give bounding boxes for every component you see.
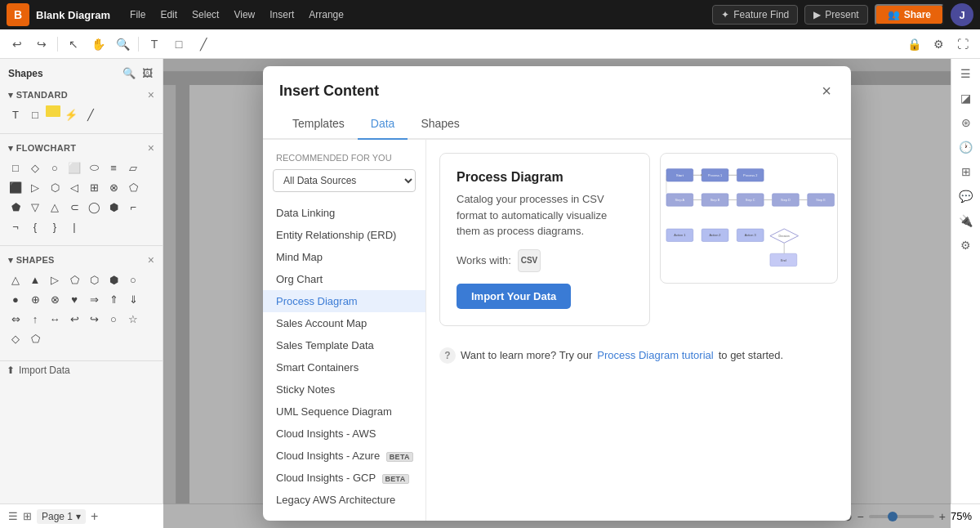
settings-button[interactable]: ⚙ (955, 234, 978, 257)
sh-circle-filled[interactable]: ● (7, 290, 24, 308)
share-button[interactable]: 👥 Share (875, 4, 944, 25)
sh-x-circle[interactable]: ⊗ (46, 290, 64, 308)
fullscreen-button[interactable]: ⛶ (952, 34, 973, 55)
fc-tri-up[interactable]: △ (46, 198, 64, 216)
sh-arrow-lr2[interactable]: ↔ (46, 310, 64, 328)
rect-shape[interactable]: □ (26, 105, 44, 123)
sidebar-item-sales-template-data[interactable]: Sales Template Data (263, 334, 425, 356)
grid-view-button[interactable]: ⊞ (23, 510, 32, 522)
fc-crosshair[interactable]: ⊞ (85, 178, 103, 196)
sidebar-item-process-diagram[interactable]: Process Diagram (263, 290, 425, 312)
sidebar-item-cloud-aws[interactable]: Cloud Insights - AWS (263, 423, 425, 445)
sidebar-item-sales-account-map[interactable]: Sales Account Map (263, 312, 425, 334)
history-button[interactable]: 🕐 (955, 136, 978, 159)
layers-button[interactable]: ⊛ (955, 111, 978, 134)
text-shape[interactable]: T (7, 105, 24, 123)
learn-more-link[interactable]: Process Diagram tutorial (597, 349, 713, 361)
fc-diamond[interactable]: ◇ (26, 159, 44, 177)
shapes-close-button[interactable]: × (148, 254, 154, 266)
line-shape[interactable]: ╱ (82, 105, 100, 123)
format-button[interactable]: ⚙ (928, 34, 949, 55)
plugin-button[interactable]: 🔌 (955, 209, 978, 232)
fc-brace-right[interactable]: } (46, 217, 64, 235)
avatar[interactable]: J (951, 3, 973, 26)
redo-button[interactable]: ↪ (31, 34, 52, 55)
cursor-tool[interactable]: ↖ (63, 34, 84, 55)
menu-file[interactable]: File (123, 7, 152, 23)
fc-pent2[interactable]: ⬟ (7, 198, 24, 216)
sh-pent[interactable]: ⬠ (65, 271, 83, 289)
fc-circle[interactable]: ○ (46, 159, 64, 177)
add-page-button[interactable]: + (91, 510, 98, 523)
fc-tri-down[interactable]: ▽ (26, 198, 44, 216)
fc-brace-left[interactable]: { (26, 217, 44, 235)
sh-undo[interactable]: ↩ (65, 310, 83, 328)
tab-data[interactable]: Data (358, 109, 408, 140)
bolt-shape[interactable]: ⚡ (62, 105, 80, 123)
fc-hex[interactable]: ⬡ (46, 178, 64, 196)
tab-templates[interactable]: Templates (279, 109, 358, 140)
fc-tri-left[interactable]: ◁ (65, 178, 83, 196)
sidebar-item-erd[interactable]: Entity Relationship (ERD) (263, 224, 425, 246)
sh-heart[interactable]: ♥ (65, 290, 83, 308)
image-icon-button[interactable]: 🖼 (140, 65, 154, 81)
lock-button[interactable]: 🔒 (903, 34, 924, 55)
sh-tri-filled[interactable]: ▲ (26, 271, 44, 289)
chat-button[interactable]: 💬 (955, 185, 978, 208)
sh-diamond[interactable]: ◇ (7, 329, 24, 347)
arrange-panel-button[interactable]: ⊞ (955, 160, 978, 183)
sidebar-item-data-linking[interactable]: Data Linking (263, 202, 425, 224)
fc-pipe[interactable]: | (65, 217, 83, 235)
sidebar-item-org-chart[interactable]: Org Chart (263, 268, 425, 290)
sidebar-item-uml-sequence[interactable]: UML Sequence Diagram (263, 400, 425, 423)
hand-tool[interactable]: ✋ (87, 34, 109, 55)
sidebar-item-mind-map[interactable]: Mind Map (263, 246, 425, 268)
sidebar-item-cloud-azure[interactable]: Cloud Insights - Azure BETA (263, 445, 425, 467)
sh-redo[interactable]: ↪ (85, 310, 103, 328)
sh-circle2[interactable]: ○ (105, 310, 122, 328)
sh-arrow-lr[interactable]: ⇔ (7, 310, 24, 328)
sh-hex2[interactable]: ⬢ (105, 271, 122, 289)
page-indicator[interactable]: Page 1 ▾ (37, 509, 86, 524)
import-your-data-button[interactable]: Import Your Data (457, 284, 571, 309)
menu-insert[interactable]: Insert (263, 7, 301, 23)
fc-hex2[interactable]: ⬢ (105, 198, 122, 216)
fc-curve[interactable]: ⊂ (65, 198, 83, 216)
search-shapes-button[interactable]: 🔍 (121, 65, 137, 81)
fc-rect2[interactable]: ⬜ (65, 159, 83, 177)
style-panel-button[interactable]: ◪ (955, 87, 978, 110)
sh-arrow-up2[interactable]: ↑ (26, 310, 44, 328)
sh-pent2[interactable]: ⬠ (26, 329, 44, 347)
sh-tri[interactable]: △ (7, 271, 24, 289)
undo-button[interactable]: ↩ (7, 34, 28, 55)
menu-edit[interactable]: Edit (154, 7, 184, 23)
menu-view[interactable]: View (227, 7, 261, 23)
sh-arrow-up[interactable]: ⇑ (105, 290, 122, 308)
standard-close-button[interactable]: × (148, 89, 154, 101)
sh-arrow-right[interactable]: ⇒ (85, 290, 103, 308)
fc-x-circle[interactable]: ⊗ (105, 178, 122, 196)
modal-close-button[interactable]: × (818, 79, 835, 102)
line-tool[interactable]: ╱ (193, 34, 214, 55)
fc-rect[interactable]: □ (7, 159, 24, 177)
import-data-button[interactable]: ⬆ Import Data (0, 360, 163, 379)
sh-arrow-down[interactable]: ⇓ (124, 290, 142, 308)
fc-pent[interactable]: ⬠ (124, 178, 142, 196)
datasource-select[interactable]: All Data Sources (273, 169, 416, 192)
present-button[interactable]: ▶ Present (804, 5, 867, 25)
fc-parallelogram[interactable]: ▱ (124, 159, 142, 177)
fc-arrow[interactable]: ▷ (26, 178, 44, 196)
canvas-area[interactable]: Insert Content × Templates Data Shapes R… (163, 59, 951, 528)
menu-arrange[interactable]: Arrange (302, 7, 350, 23)
sh-circle[interactable]: ○ (124, 271, 142, 289)
sh-star[interactable]: ☆ (124, 310, 142, 328)
tab-shapes[interactable]: Shapes (408, 109, 472, 140)
sidebar-item-smart-containers[interactable]: Smart Containers (263, 356, 425, 378)
format-panel-button[interactable]: ☰ (955, 62, 978, 85)
sidebar-item-sticky-notes[interactable]: Sticky Notes (263, 378, 425, 400)
fc-filled-rect[interactable]: ⬛ (7, 178, 24, 196)
sh-tri-right[interactable]: ▷ (46, 271, 64, 289)
shape-tool[interactable]: □ (168, 34, 189, 55)
yellow-rect-shape[interactable] (46, 105, 60, 117)
sh-hex[interactable]: ⬡ (85, 271, 103, 289)
